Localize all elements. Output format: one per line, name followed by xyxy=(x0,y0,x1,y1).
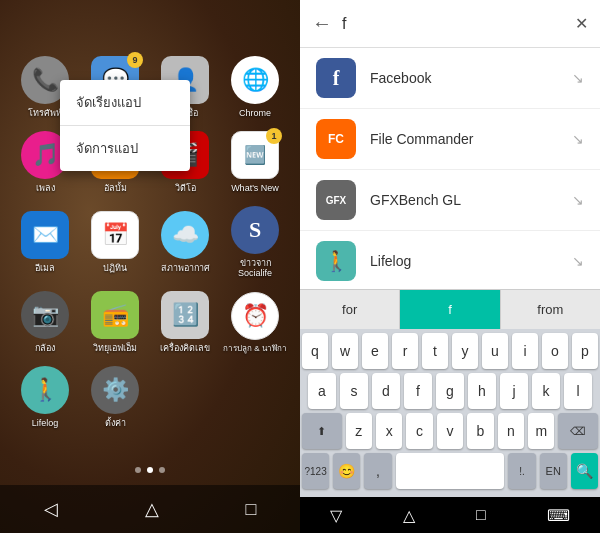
key-comma[interactable]: , xyxy=(364,453,391,489)
app-camera[interactable]: 📷 กล้อง xyxy=(10,285,80,360)
key-e[interactable]: e xyxy=(362,333,388,369)
key-123[interactable]: ?123 xyxy=(302,453,329,489)
facebook-label: Facebook xyxy=(370,70,572,86)
key-space[interactable] xyxy=(396,453,505,489)
nav-back[interactable]: ◁ xyxy=(36,490,66,528)
app-calendar[interactable]: 📅 ปฏิทิน xyxy=(80,200,150,286)
key-k[interactable]: k xyxy=(532,373,560,409)
app-radio[interactable]: 📻 วิทยุเอฟเอ็ม xyxy=(80,285,150,360)
key-w[interactable]: w xyxy=(332,333,358,369)
lifelog-label: Lifelog xyxy=(370,253,572,269)
key-m[interactable]: m xyxy=(528,413,554,449)
nav-home-right[interactable]: △ xyxy=(403,506,415,525)
key-o[interactable]: o xyxy=(542,333,568,369)
suggestion-f[interactable]: f xyxy=(400,290,500,329)
suggestions-bar: for f from xyxy=(300,289,600,329)
search-back-button[interactable]: ← xyxy=(312,12,332,35)
key-z[interactable]: z xyxy=(346,413,372,449)
context-menu-sort[interactable]: จัดเรียงแอป xyxy=(60,80,190,125)
app-settings[interactable]: ⚙️ ตั้งค่า xyxy=(80,360,150,435)
key-a[interactable]: a xyxy=(308,373,336,409)
key-i[interactable]: i xyxy=(512,333,538,369)
key-c[interactable]: c xyxy=(406,413,432,449)
whatsnew-badge: 1 xyxy=(266,128,282,144)
key-shift[interactable]: ⬆ xyxy=(302,413,342,449)
app-clock[interactable]: ⏰ การปลูก & นาฬิกา xyxy=(220,285,290,360)
key-h[interactable]: h xyxy=(468,373,496,409)
key-d[interactable]: d xyxy=(372,373,400,409)
key-n[interactable]: n xyxy=(498,413,524,449)
key-f[interactable]: f xyxy=(404,373,432,409)
list-item-lifelog[interactable]: 🚶 Lifelog ↘ xyxy=(300,231,600,289)
search-query[interactable]: f xyxy=(342,15,565,33)
context-menu-manage[interactable]: จัดการแอป xyxy=(60,126,190,171)
key-v[interactable]: v xyxy=(437,413,463,449)
app-lifelog[interactable]: 🚶 Lifelog xyxy=(10,360,80,435)
key-q[interactable]: q xyxy=(302,333,328,369)
filecommander-label: File Commander xyxy=(370,131,572,147)
key-lang[interactable]: EN xyxy=(540,453,567,489)
key-punctuation[interactable]: !. xyxy=(508,453,535,489)
dot-1[interactable] xyxy=(135,467,141,473)
search-close-button[interactable]: ✕ xyxy=(575,14,588,33)
app-calculator[interactable]: 🔢 เครื่องคิดเลข xyxy=(150,285,220,360)
facebook-icon: f xyxy=(316,58,356,98)
app-chrome[interactable]: 🌐 Chrome xyxy=(220,50,290,125)
right-bottom-nav: ▽ △ □ ⌨ xyxy=(300,497,600,533)
suggestion-from[interactable]: from xyxy=(501,290,600,329)
suggestion-for[interactable]: for xyxy=(300,290,400,329)
app-weather[interactable]: ☁️ สภาพอากาศ xyxy=(150,200,220,286)
list-item-filecommander[interactable]: FC File Commander ↘ xyxy=(300,109,600,170)
dot-2[interactable] xyxy=(147,467,153,473)
nav-back-right[interactable]: ▽ xyxy=(330,506,342,525)
key-j[interactable]: j xyxy=(500,373,528,409)
key-emoji[interactable]: 😊 xyxy=(333,453,360,489)
app-socialife[interactable]: S ข่าวจาก Socialife xyxy=(220,200,290,286)
gfxbench-arrow: ↘ xyxy=(572,192,584,208)
key-backspace[interactable]: ⌫ xyxy=(558,413,598,449)
filecommander-icon: FC xyxy=(316,119,356,159)
facebook-arrow: ↘ xyxy=(572,70,584,86)
key-g[interactable]: g xyxy=(436,373,464,409)
key-row-3: ⬆ z x c v b n m ⌫ xyxy=(302,413,598,449)
key-r[interactable]: r xyxy=(392,333,418,369)
key-u[interactable]: u xyxy=(482,333,508,369)
key-t[interactable]: t xyxy=(422,333,448,369)
search-bar: ← f ✕ xyxy=(300,0,600,48)
key-p[interactable]: p xyxy=(572,333,598,369)
key-b[interactable]: b xyxy=(467,413,493,449)
nav-recent-right[interactable]: □ xyxy=(476,506,486,524)
gfxbench-icon: GFX xyxy=(316,180,356,220)
key-row-1: q w e r t y u i o p xyxy=(302,333,598,369)
context-menu: จัดเรียงแอป จัดการแอป xyxy=(60,80,190,171)
nav-recent[interactable]: □ xyxy=(238,491,265,528)
key-search[interactable]: 🔍 xyxy=(571,453,598,489)
right-panel: ← f ✕ f Facebook ↘ FC File Commander ↘ G… xyxy=(300,0,600,533)
left-panel: จัดเรียงแอป จัดการแอป 📞 โทรศัพท์ 💬 9 ข้อ… xyxy=(0,0,300,533)
key-s[interactable]: s xyxy=(340,373,368,409)
key-y[interactable]: y xyxy=(452,333,478,369)
page-dots xyxy=(0,467,300,473)
gfxbench-label: GFXBench GL xyxy=(370,192,572,208)
message-badge: 9 xyxy=(127,52,143,68)
lifelog-arrow: ↘ xyxy=(572,253,584,269)
app-whatsnew[interactable]: 🆕 1 What's New xyxy=(220,125,290,200)
filecommander-arrow: ↘ xyxy=(572,131,584,147)
dot-3[interactable] xyxy=(159,467,165,473)
key-row-4: ?123 😊 , !. EN 🔍 xyxy=(302,453,598,489)
list-item-gfxbench[interactable]: GFX GFXBench GL ↘ xyxy=(300,170,600,231)
key-l[interactable]: l xyxy=(564,373,592,409)
app-list: f Facebook ↘ FC File Commander ↘ GFX GFX… xyxy=(300,48,600,289)
key-x[interactable]: x xyxy=(376,413,402,449)
nav-home[interactable]: △ xyxy=(137,490,167,528)
list-item-facebook[interactable]: f Facebook ↘ xyxy=(300,48,600,109)
lifelog-icon: 🚶 xyxy=(316,241,356,281)
bottom-nav: ◁ △ □ xyxy=(0,485,300,533)
app-email[interactable]: ✉️ อีเมล xyxy=(10,200,80,286)
key-row-2: a s d f g h j k l xyxy=(302,373,598,409)
nav-keyboard-right[interactable]: ⌨ xyxy=(547,506,570,525)
keyboard: q w e r t y u i o p a s d f g h j k l ⬆ … xyxy=(300,329,600,497)
